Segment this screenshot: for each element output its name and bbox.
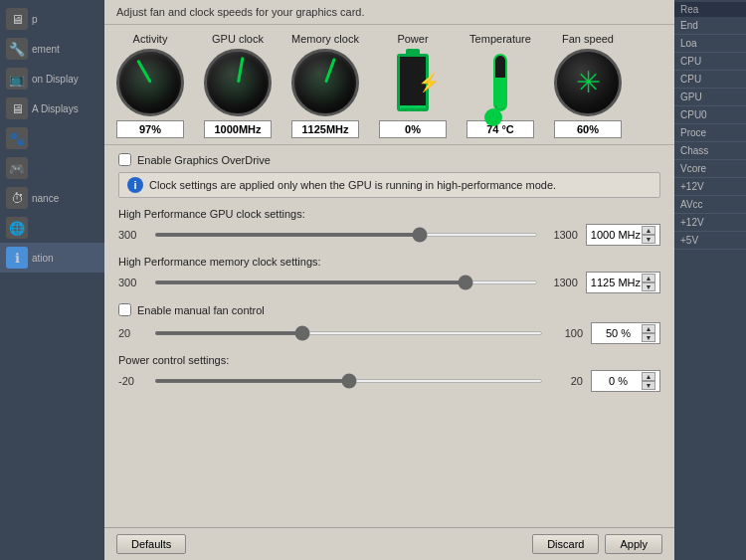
right-item-12v-1[interactable]: +12V <box>674 178 746 196</box>
right-item-end[interactable]: End <box>674 17 746 35</box>
right-item-vcore[interactable]: Vcore <box>674 160 746 178</box>
right-item-cpu0[interactable]: CPU0 <box>674 106 746 124</box>
right-item-process[interactable]: Proce <box>674 124 746 142</box>
right-header: Rea <box>674 2 746 17</box>
settings-area: Enable Graphics OverDrive i Clock settin… <box>104 144 674 527</box>
enable-overdrive-checkbox[interactable] <box>118 153 131 166</box>
power-control-spinners: ▲ ▼ <box>642 372 655 390</box>
right-item-5v[interactable]: +5V <box>674 232 746 250</box>
sidebar-icon-4: 🐾 <box>6 127 28 149</box>
memory-clock-min: 300 <box>118 277 146 288</box>
right-item-cpu2[interactable]: CPU <box>674 71 746 89</box>
power-control-slider[interactable] <box>154 379 543 383</box>
battery-arrow: ⚡ <box>418 72 440 93</box>
description-text: Adjust fan and clock speeds for your gra… <box>116 6 364 18</box>
discard-button[interactable]: Discard <box>532 534 599 554</box>
gpu-clock-title: High Performance GPU clock settings: <box>118 208 660 220</box>
right-item-avcc[interactable]: AVcc <box>674 196 746 214</box>
gauge-activity-dial <box>116 49 184 116</box>
sidebar-icon-5: 🎮 <box>6 157 28 179</box>
gauge-power-value: 0% <box>379 120 447 138</box>
apply-button[interactable]: Apply <box>605 534 662 554</box>
left-sidebar: 🖥 p 🔧 ement 📺 on Display 🖥 A Displays 🐾 … <box>0 0 104 560</box>
thermo-bulb <box>484 108 502 126</box>
gauge-activity: Activity 97% <box>116 33 184 138</box>
enable-fan-checkbox[interactable] <box>118 303 131 316</box>
gpu-clock-down[interactable]: ▼ <box>642 235 655 244</box>
battery-fill <box>400 105 426 108</box>
sidebar-icon-displays: 🖥 <box>6 97 28 119</box>
fan-control-slider[interactable] <box>154 331 543 335</box>
right-item-chassis[interactable]: Chass <box>674 142 746 160</box>
gauge-memory-clock: Memory clock 1125MHz <box>291 33 359 138</box>
gpu-clock-spinners: ▲ ▼ <box>642 226 655 244</box>
fan-control-up[interactable]: ▲ <box>642 324 655 333</box>
gauge-temperature-label: Temperature <box>469 33 531 45</box>
gauge-fan-speed: Fan speed ✳ 60% <box>554 33 622 138</box>
fan-control-value: 50 % <box>596 327 641 339</box>
gauge-temperature: Temperature 74 °C <box>466 33 534 138</box>
fan-control-down[interactable]: ▼ <box>642 333 655 342</box>
gauge-gpu-clock-value: 1000MHz <box>204 120 272 138</box>
gauge-gpu-clock: GPU clock 1000MHz <box>204 33 272 138</box>
page-description: Adjust fan and clock speeds for your gra… <box>104 0 674 25</box>
memory-clock-value-box: 1125 MHz ▲ ▼ <box>586 272 660 293</box>
memory-clock-spinners: ▲ ▼ <box>642 274 655 291</box>
gpu-clock-value-box: 1000 MHz ▲ ▼ <box>586 224 660 246</box>
sidebar-label-management: ement <box>32 44 60 55</box>
sidebar-item-management[interactable]: 🔧 ement <box>0 34 104 64</box>
gauge-memory-clock-dial <box>291 49 359 116</box>
enable-fan-row: Enable manual fan control <box>118 303 660 316</box>
sidebar-item-5[interactable]: 🎮 <box>0 153 104 183</box>
memory-clock-slider[interactable] <box>154 280 538 284</box>
thermo-body <box>493 54 507 111</box>
power-control-value: 0 % <box>596 375 641 387</box>
gpu-clock-value: 1000 MHz <box>591 229 641 241</box>
right-item-gpu[interactable]: GPU <box>674 89 746 106</box>
right-item-cpu1[interactable]: CPU <box>674 53 746 71</box>
right-item-12v-2[interactable]: +12V <box>674 214 746 232</box>
enable-fan-label[interactable]: Enable manual fan control <box>137 304 265 316</box>
gauges-section: Activity 97% GPU clock 1000MHz Memory cl… <box>104 25 674 144</box>
power-control-value-box: 0 % ▲ ▼ <box>591 370 660 392</box>
sidebar-item-4[interactable]: 🐾 <box>0 123 104 153</box>
sidebar-icon-display: 📺 <box>6 68 28 90</box>
sidebar-icon-p: 🖥 <box>6 8 28 30</box>
power-control-up[interactable]: ▲ <box>642 372 655 381</box>
bottom-bar: Defaults Discard Apply <box>104 527 674 560</box>
defaults-button[interactable]: Defaults <box>116 534 186 554</box>
power-control-down[interactable]: ▼ <box>642 381 655 390</box>
battery-icon: ⚡ <box>397 54 429 111</box>
power-control-slider-row: -20 20 0 % ▲ ▼ <box>118 370 660 392</box>
sidebar-item-display[interactable]: 📺 on Display <box>0 64 104 93</box>
memory-clock-down[interactable]: ▼ <box>642 282 655 291</box>
enable-overdrive-label[interactable]: Enable Graphics OverDrive <box>137 154 271 166</box>
memory-clock-up[interactable]: ▲ <box>642 274 655 282</box>
sidebar-item-displays[interactable]: 🖥 A Displays <box>0 93 104 123</box>
gpu-clock-slider[interactable] <box>154 233 538 237</box>
gpu-clock-up[interactable]: ▲ <box>642 226 655 235</box>
sidebar-item-performance[interactable]: ⏱ nance <box>0 183 104 213</box>
gauge-gpu-clock-label: GPU clock <box>212 33 264 45</box>
right-item-load[interactable]: Loa <box>674 35 746 53</box>
action-buttons: Discard Apply <box>532 534 662 554</box>
fan-control-min: 20 <box>118 327 146 339</box>
sidebar-label-performance: nance <box>32 193 59 204</box>
thermo-fill <box>495 78 505 109</box>
gauge-fan-speed-label: Fan speed <box>562 33 614 45</box>
main-panel: Adjust fan and clock speeds for your gra… <box>104 0 674 560</box>
memory-clock-max: 1300 <box>546 277 578 288</box>
fan-control-value-box: 50 % ▲ ▼ <box>591 322 660 344</box>
memory-clock-value: 1125 MHz <box>591 277 641 288</box>
info-text: Clock settings are applied only when the… <box>149 179 556 191</box>
power-control-title: Power control settings: <box>118 354 660 366</box>
sidebar-item-information[interactable]: ℹ ation <box>0 243 104 273</box>
gauge-power-label: Power <box>397 33 428 45</box>
fan-blades-icon: ✳ <box>576 68 601 97</box>
power-control-section: Power control settings: -20 20 0 % ▲ ▼ <box>118 354 660 392</box>
sidebar-item-7[interactable]: 🌐 <box>0 213 104 243</box>
sidebar-icon-management: 🔧 <box>6 38 28 60</box>
info-icon: i <box>127 177 143 193</box>
memory-clock-slider-row: 300 1300 1125 MHz ▲ ▼ <box>118 272 660 293</box>
sidebar-item-p[interactable]: 🖥 p <box>0 4 104 34</box>
